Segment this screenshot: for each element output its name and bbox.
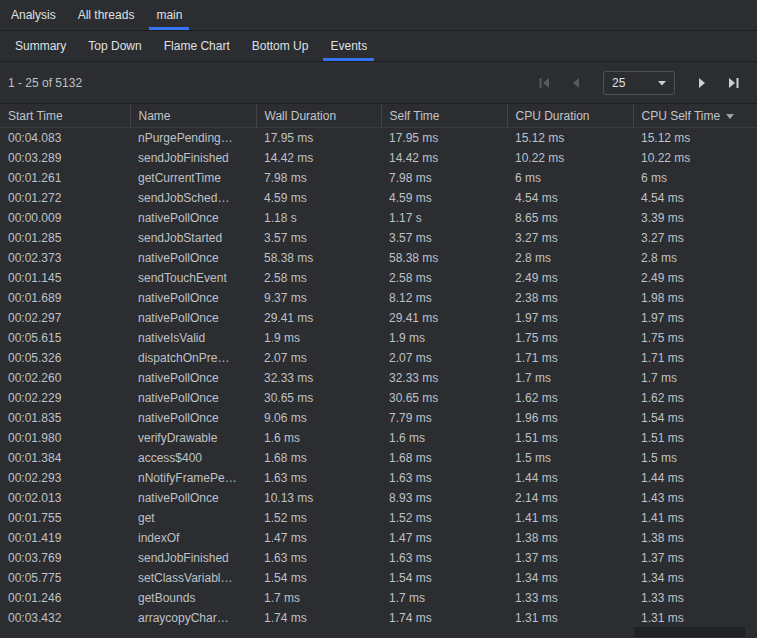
table-row[interactable]: 00:01.419indexOf1.47 ms1.47 ms1.38 ms1.3… <box>0 528 757 548</box>
cell-cpu-self-time: 1.51 ms <box>633 428 757 448</box>
table-row[interactable]: 00:01.145sendTouchEvent2.58 ms2.58 ms2.4… <box>0 268 757 288</box>
profiler-events-panel: AnalysisAll threadsmain SummaryTop DownF… <box>0 0 757 638</box>
cell-name: sendTouchEvent <box>130 268 256 288</box>
cell-wall-duration: 7.98 ms <box>256 168 381 188</box>
view-tabs: SummaryTop DownFlame ChartBottom UpEvent… <box>0 31 757 62</box>
cell-cpu-self-time: 1.31 ms <box>633 608 757 628</box>
table-row[interactable]: 00:05.326dispatchOnPre…2.07 ms2.07 ms1.7… <box>0 348 757 368</box>
last-page-button[interactable] <box>721 71 747 95</box>
table-row[interactable]: 00:01.835nativePollOnce9.06 ms7.79 ms1.9… <box>0 408 757 428</box>
column-label: Wall Duration <box>265 109 337 123</box>
cell-self-time: 1.63 ms <box>381 468 507 488</box>
cell-self-time: 58.38 ms <box>381 248 507 268</box>
tab-label: main <box>156 8 182 22</box>
cell-cpu-self-time: 1.7 ms <box>633 368 757 388</box>
tab-top-down[interactable]: Top Down <box>77 31 152 61</box>
tab-main[interactable]: main <box>145 0 193 30</box>
column-header-cpu-self-time[interactable]: CPU Self Time <box>633 104 757 128</box>
cell-cpu-duration: 2.8 ms <box>507 248 633 268</box>
cell-name: sendJobStarted <box>130 228 256 248</box>
cell-wall-duration: 10.13 ms <box>256 488 381 508</box>
cell-cpu-self-time: 1.34 ms <box>633 568 757 588</box>
cell-self-time: 1.17 s <box>381 208 507 228</box>
table-row[interactable]: 00:01.261getCurrentTime7.98 ms7.98 ms6 m… <box>0 168 757 188</box>
table-row[interactable]: 00:03.289sendJobFinished14.42 ms14.42 ms… <box>0 148 757 168</box>
horizontal-scrollbar-thumb[interactable] <box>634 627 745 637</box>
cell-cpu-self-time: 1.62 ms <box>633 388 757 408</box>
column-label: Self Time <box>390 109 440 123</box>
column-header-self-time[interactable]: Self Time <box>381 104 507 128</box>
table-row[interactable]: 00:05.775setClassVariabl…1.54 ms1.54 ms1… <box>0 568 757 588</box>
cell-wall-duration: 14.42 ms <box>256 148 381 168</box>
previous-page-button[interactable] <box>563 71 589 95</box>
cell-wall-duration: 1.63 ms <box>256 468 381 488</box>
sort-desc-icon <box>726 104 734 126</box>
cell-name: nativePollOnce <box>130 288 256 308</box>
table-row[interactable]: 00:05.615nativeIsValid1.9 ms1.9 ms1.75 m… <box>0 328 757 348</box>
column-header-start-time[interactable]: Start Time <box>0 104 130 128</box>
table-row[interactable]: 00:01.272sendJobSched…4.59 ms4.59 ms4.54… <box>0 188 757 208</box>
column-header-name[interactable]: Name <box>130 104 256 128</box>
tab-analysis[interactable]: Analysis <box>0 0 67 30</box>
cell-cpu-duration: 1.97 ms <box>507 308 633 328</box>
cell-name: nNotifyFramePe… <box>130 468 256 488</box>
first-page-button[interactable] <box>531 71 557 95</box>
cell-wall-duration: 1.9 ms <box>256 328 381 348</box>
table-row[interactable]: 00:01.384access$4001.68 ms1.68 ms1.5 ms1… <box>0 448 757 468</box>
cell-start-time: 00:05.326 <box>0 348 130 368</box>
cell-start-time: 00:04.083 <box>0 128 130 149</box>
tab-bottom-up[interactable]: Bottom Up <box>241 31 320 61</box>
tab-summary[interactable]: Summary <box>4 31 77 61</box>
tab-flame-chart[interactable]: Flame Chart <box>153 31 241 61</box>
cell-cpu-self-time: 1.44 ms <box>633 468 757 488</box>
cell-cpu-duration: 1.75 ms <box>507 328 633 348</box>
tab-events[interactable]: Events <box>319 31 378 61</box>
cell-start-time: 00:02.297 <box>0 308 130 328</box>
table-row[interactable]: 00:02.229nativePollOnce30.65 ms30.65 ms1… <box>0 388 757 408</box>
cell-cpu-duration: 10.22 ms <box>507 148 633 168</box>
cell-cpu-duration: 1.38 ms <box>507 528 633 548</box>
column-header-wall-duration[interactable]: Wall Duration <box>256 104 381 128</box>
table-row[interactable]: 00:04.083nPurgePending…17.95 ms17.95 ms1… <box>0 128 757 149</box>
cell-cpu-self-time: 1.75 ms <box>633 328 757 348</box>
cell-start-time: 00:01.246 <box>0 588 130 608</box>
cell-cpu-self-time: 15.12 ms <box>633 128 757 149</box>
table-row[interactable]: 00:01.980verifyDrawable1.6 ms1.6 ms1.51 … <box>0 428 757 448</box>
table-row[interactable]: 00:03.769sendJobFinished1.63 ms1.63 ms1.… <box>0 548 757 568</box>
last-page-icon <box>726 75 742 91</box>
events-table: Start TimeNameWall DurationSelf TimeCPU … <box>0 104 757 628</box>
chevron-left-icon <box>568 75 584 91</box>
cell-name: verifyDrawable <box>130 428 256 448</box>
cell-name: nativePollOnce <box>130 408 256 428</box>
cell-wall-duration: 1.7 ms <box>256 588 381 608</box>
cell-cpu-duration: 1.5 ms <box>507 448 633 468</box>
table-row[interactable]: 00:03.432arraycopyChar…1.74 ms1.74 ms1.3… <box>0 608 757 628</box>
table-row[interactable]: 00:02.293nNotifyFramePe…1.63 ms1.63 ms1.… <box>0 468 757 488</box>
cell-name: sendJobFinished <box>130 548 256 568</box>
table-row[interactable]: 00:01.755get1.52 ms1.52 ms1.41 ms1.41 ms <box>0 508 757 528</box>
cell-cpu-duration: 8.65 ms <box>507 208 633 228</box>
cell-start-time: 00:02.293 <box>0 468 130 488</box>
column-header-cpu-duration[interactable]: CPU Duration <box>507 104 633 128</box>
cell-name: nativePollOnce <box>130 488 256 508</box>
table-row[interactable]: 00:01.246getBounds1.7 ms1.7 ms1.33 ms1.3… <box>0 588 757 608</box>
cell-cpu-duration: 3.27 ms <box>507 228 633 248</box>
table-row[interactable]: 00:02.373nativePollOnce58.38 ms58.38 ms2… <box>0 248 757 268</box>
next-page-button[interactable] <box>689 71 715 95</box>
cell-wall-duration: 1.68 ms <box>256 448 381 468</box>
table-row[interactable]: 00:00.009nativePollOnce1.18 s1.17 s8.65 … <box>0 208 757 228</box>
tab-label: Analysis <box>11 8 56 22</box>
cell-self-time: 7.79 ms <box>381 408 507 428</box>
column-label: Name <box>139 109 171 123</box>
column-label: CPU Duration <box>516 109 590 123</box>
table-row[interactable]: 00:02.297nativePollOnce29.41 ms29.41 ms1… <box>0 308 757 328</box>
cell-cpu-self-time: 2.49 ms <box>633 268 757 288</box>
table-row[interactable]: 00:01.285sendJobStarted3.57 ms3.57 ms3.2… <box>0 228 757 248</box>
page-size-select[interactable]: 25 <box>603 71 675 95</box>
table-row[interactable]: 00:01.689nativePollOnce9.37 ms8.12 ms2.3… <box>0 288 757 308</box>
cell-start-time: 00:01.980 <box>0 428 130 448</box>
cell-start-time: 00:05.775 <box>0 568 130 588</box>
table-row[interactable]: 00:02.013nativePollOnce10.13 ms8.93 ms2.… <box>0 488 757 508</box>
table-row[interactable]: 00:02.260nativePollOnce32.33 ms32.33 ms1… <box>0 368 757 388</box>
tab-all-threads[interactable]: All threads <box>67 0 146 30</box>
